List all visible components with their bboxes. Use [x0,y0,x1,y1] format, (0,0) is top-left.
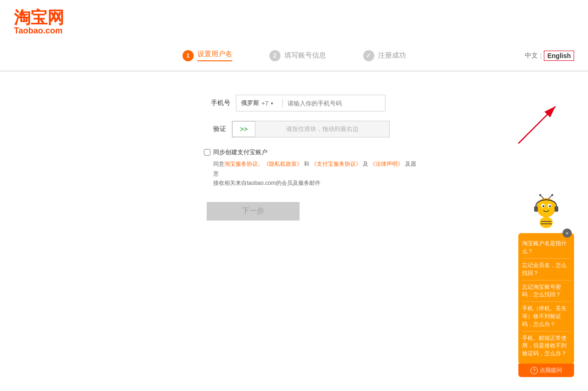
steps-bar: 1 设置用户名 2 填写账号信息 ✓ 注册成功 中文 | English [0,40,588,72]
terms-suffix2: 接收相关来自taobao.com的会员及服务邮件 [213,180,320,186]
country-name: 俄罗斯 [241,99,259,107]
lang-divider: | [540,52,542,59]
country-select[interactable]: 俄罗斯 +7 ▾ [236,99,283,107]
svg-point-6 [542,205,544,207]
phone-label: 手机号 [203,99,230,107]
terms-mid2: 及 [361,161,370,167]
svg-point-11 [551,194,553,196]
checkbox-row: 同步创建支付宝账户 [204,147,418,157]
sync-label: 同步创建支付宝账户 [213,147,268,157]
terms-mid1: 、 [258,161,263,167]
terms-link-legal[interactable]: 《法律声明》 [370,161,403,167]
terms-link-alipay[interactable]: 《支付宝服务协议》 [311,161,361,167]
svg-line-10 [549,196,552,199]
svg-point-15 [540,217,553,220]
terms-link-taobao[interactable]: 淘宝服务协议 [224,161,258,167]
next-btn-wrapper: 下一步 [173,197,300,221]
phone-row: 手机号 俄罗斯 +7 ▾ [203,95,385,111]
step-2-label: 填写账号信息 [284,51,326,60]
verify-row: 验证 >> 请按住滑块，拖动到最右边 [198,121,390,137]
svg-point-9 [539,194,541,196]
checkbox-area: 同步创建支付宝账户 同意淘宝服务协议、《隐私权政策》 和 《支付宝服务协议》 及… [204,147,418,188]
country-code: +7 [261,100,268,107]
bee-mascot [528,194,565,220]
lang-switch: 中文 | English [525,51,574,61]
step-3-label: 注册成功 [378,51,406,60]
slider-handle[interactable]: >> [232,121,255,137]
slider-group: >> 请按住滑块，拖动到最右边 [232,121,390,137]
step-1-label: 设置用户名 [197,50,232,61]
slider-text: 请按住滑块，拖动到最右边 [255,125,389,133]
lang-en[interactable]: English [544,51,574,61]
logo-sub: Taobao.com [14,26,574,36]
logo-main: 淘宝网 [14,9,574,26]
terms-and: 和 [302,161,311,167]
step-3-num: ✓ [363,50,374,61]
terms-link-privacy[interactable]: 《隐私权政策》 [263,161,302,167]
verify-label: 验证 [198,125,226,133]
step-1: 1 设置用户名 [183,50,232,61]
svg-rect-12 [534,206,538,212]
svg-line-8 [541,196,544,199]
steps-inner: 1 设置用户名 2 填写账号信息 ✓ 注册成功 [0,50,588,61]
form-area: 手机号 俄罗斯 +7 ▾ 验证 >> 请按住滑块，拖动到最右边 同步创建支付宝账… [0,95,588,221]
lang-zh[interactable]: 中文 [525,52,538,60]
next-button[interactable]: 下一步 [207,202,300,221]
header: 淘宝网 Taobao.com [0,0,588,40]
step-3: ✓ 注册成功 [363,50,406,61]
chevron-down-icon: ▾ [271,101,273,106]
terms-prefix: 同意 [213,161,224,167]
slider-arrows: >> [240,125,248,133]
step-2: 2 填写账号信息 [269,50,326,61]
step-2-num: 2 [269,50,281,61]
phone-group: 俄罗斯 +7 ▾ [236,95,385,111]
step-1-num: 1 [183,50,194,61]
sync-checkbox[interactable] [204,149,210,156]
mascot-area: × [518,194,574,220]
terms-text: 同意淘宝服务协议、《隐私权政策》 和 《支付宝服务协议》 及 《法律声明》 及愿… [213,159,418,188]
phone-input[interactable] [283,95,385,111]
svg-rect-13 [555,206,558,212]
help-widget: × 淘宝账户名是指什么？ 忘记会员名，怎么找回？ 忘记淘宝账号密码，怎么找回？ … [518,194,574,220]
svg-point-7 [549,205,551,207]
